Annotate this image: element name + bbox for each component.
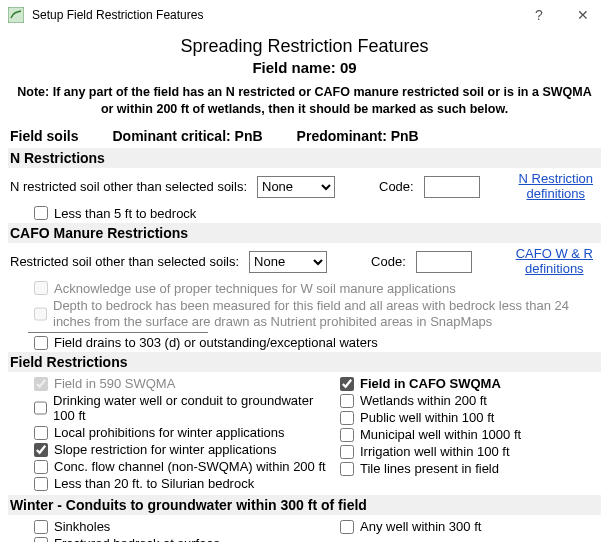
drinking-label: Drinking water well or conduit to ground…	[53, 393, 330, 423]
cafo-code-input[interactable]	[416, 251, 472, 273]
cafo-code-label: Code:	[371, 254, 406, 269]
cafo-restricted-select[interactable]: None	[249, 251, 327, 273]
cafo-swqma-row: Field in CAFO SWQMA	[340, 376, 599, 391]
depth-label: Depth to bedrock has been measured for t…	[53, 298, 599, 331]
ack-checkbox	[34, 281, 48, 295]
any-well-label: Any well within 300 ft	[360, 519, 481, 534]
winter-grid: Sinkholes Fractured bedrock at surface N…	[10, 517, 599, 542]
ack-label: Acknowledge use of proper techniques for…	[54, 281, 456, 296]
irrigation-checkbox[interactable]	[340, 445, 354, 459]
n-restriction-link-line2: definitions	[527, 186, 586, 201]
window-title: Setup Field Restriction Features	[32, 8, 517, 22]
drinking-row: Drinking water well or conduit to ground…	[10, 393, 330, 423]
predominant: Predominant: PnB	[297, 128, 419, 144]
winter-header: Winter - Conduits to groundwater within …	[8, 495, 601, 515]
municipal-row: Municipal well within 1000 ft	[340, 427, 599, 442]
cafo-link-line1: CAFO W & R	[516, 246, 593, 261]
conc-flow-checkbox[interactable]	[34, 460, 48, 474]
tile-checkbox[interactable]	[340, 462, 354, 476]
field-restrictions-grid: Field in 590 SWQMA Drinking water well o…	[10, 374, 599, 493]
n-restriction-link-line1: N Restriction	[519, 171, 593, 186]
conc-flow-row: Conc. flow channel (non-SWQMA) within 20…	[10, 459, 330, 474]
sinkholes-checkbox[interactable]	[34, 520, 48, 534]
drains-label: Field drains to 303 (d) or outstanding/e…	[54, 335, 378, 350]
in590-row: Field in 590 SWQMA	[10, 376, 330, 391]
n-restricted-label: N restricted soil other than selected so…	[10, 179, 247, 194]
field-restrictions-header: Field Restrictions	[8, 352, 601, 372]
any-well-checkbox[interactable]	[340, 520, 354, 534]
wetlands-label: Wetlands within 200 ft	[360, 393, 487, 408]
tile-label: Tile lines present in field	[360, 461, 499, 476]
note-text: Note: If any part of the field has an N …	[14, 84, 595, 118]
conc-flow-label: Conc. flow channel (non-SWQMA) within 20…	[54, 459, 326, 474]
tile-row: Tile lines present in field	[340, 461, 599, 476]
less-5ft-checkbox[interactable]	[34, 206, 48, 220]
public-well-row: Public well within 100 ft	[340, 410, 599, 425]
page-title: Spreading Restriction Features	[10, 36, 599, 57]
close-button[interactable]: ✕	[561, 1, 605, 29]
cafo-swqma-checkbox[interactable]	[340, 377, 354, 391]
wetlands-row: Wetlands within 200 ft	[340, 393, 599, 408]
cafo-header: CAFO Manure Restrictions	[8, 223, 601, 243]
less20-checkbox[interactable]	[34, 477, 48, 491]
depth-checkbox	[34, 307, 47, 321]
svg-rect-0	[8, 7, 24, 23]
fractured-checkbox[interactable]	[34, 537, 48, 543]
ack-row: Acknowledge use of proper techniques for…	[10, 281, 599, 296]
drains-checkbox[interactable]	[34, 336, 48, 350]
less-5ft-label: Less than 5 ft to bedrock	[54, 206, 196, 221]
n-restriction-link[interactable]: N Restriction definitions	[519, 172, 593, 202]
in590-label: Field in 590 SWQMA	[54, 376, 175, 391]
sinkholes-label: Sinkholes	[54, 519, 110, 534]
local-prohib-row: Local prohibitions for winter applicatio…	[10, 425, 330, 440]
cafo-link-line2: definitions	[525, 261, 584, 276]
local-prohib-label: Local prohibitions for winter applicatio…	[54, 425, 285, 440]
less20-label: Less than 20 ft. to Silurian bedrock	[54, 476, 254, 491]
dialog-content: Spreading Restriction Features Field nam…	[0, 30, 609, 542]
window-titlebar: Setup Field Restriction Features ? ✕	[0, 0, 609, 30]
divider	[28, 332, 208, 333]
drinking-checkbox[interactable]	[34, 401, 47, 415]
less-5ft-row: Less than 5 ft to bedrock	[10, 206, 599, 221]
slope-row: Slope restriction for winter application…	[10, 442, 330, 457]
field-soils-row: Field soils Dominant critical: PnB Predo…	[10, 128, 599, 144]
municipal-checkbox[interactable]	[340, 428, 354, 442]
sinkholes-row: Sinkholes	[10, 519, 330, 534]
wetlands-checkbox[interactable]	[340, 394, 354, 408]
cafo-definitions-link[interactable]: CAFO W & R definitions	[516, 247, 593, 277]
in590-checkbox	[34, 377, 48, 391]
irrigation-row: Irrigation well within 100 ft	[340, 444, 599, 459]
dominant-critical: Dominant critical: PnB	[112, 128, 262, 144]
cafo-swqma-label: Field in CAFO SWQMA	[360, 376, 501, 391]
n-code-input[interactable]	[424, 176, 480, 198]
public-well-label: Public well within 100 ft	[360, 410, 494, 425]
n-restrictions-header: N Restrictions	[8, 148, 601, 168]
n-restriction-row: N restricted soil other than selected so…	[10, 172, 599, 202]
local-prohib-checkbox[interactable]	[34, 426, 48, 440]
field-soils-label: Field soils	[10, 128, 78, 144]
n-code-label: Code:	[379, 179, 414, 194]
less20-row: Less than 20 ft. to Silurian bedrock	[10, 476, 330, 491]
fractured-row: Fractured bedrock at surface	[10, 536, 330, 542]
fractured-label: Fractured bedrock at surface	[54, 536, 220, 542]
cafo-restricted-label: Restricted soil other than selected soil…	[10, 254, 239, 269]
any-well-row: Any well within 300 ft	[340, 519, 599, 534]
slope-checkbox[interactable]	[34, 443, 48, 457]
app-icon	[8, 7, 24, 23]
public-well-checkbox[interactable]	[340, 411, 354, 425]
municipal-label: Municipal well within 1000 ft	[360, 427, 521, 442]
n-restricted-select[interactable]: None	[257, 176, 335, 198]
irrigation-label: Irrigation well within 100 ft	[360, 444, 510, 459]
help-button[interactable]: ?	[517, 1, 561, 29]
depth-row: Depth to bedrock has been measured for t…	[10, 298, 599, 331]
drains-row: Field drains to 303 (d) or outstanding/e…	[10, 335, 599, 350]
cafo-row: Restricted soil other than selected soil…	[10, 247, 599, 277]
field-name-label: Field name: 09	[10, 59, 599, 76]
slope-label: Slope restriction for winter application…	[54, 442, 277, 457]
